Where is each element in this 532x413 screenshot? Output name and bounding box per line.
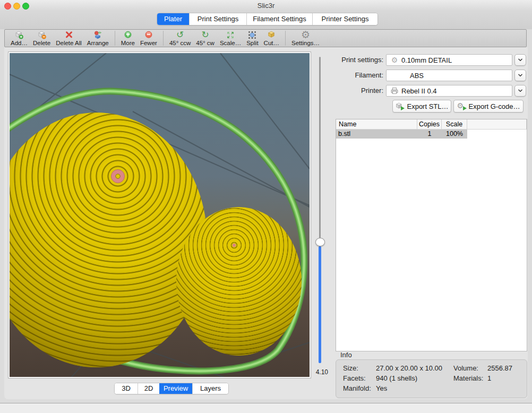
cell-spacer <box>467 130 527 139</box>
gear-icon: ⚙ <box>390 56 399 64</box>
info-spacer <box>487 384 527 394</box>
toolbar-item-label: Settings… <box>291 40 320 46</box>
viewport-3d-scene[interactable] <box>10 53 310 377</box>
filament-label: Filament: <box>320 70 383 81</box>
toolbar-item-delete-all[interactable]: Delete All <box>53 30 84 47</box>
printer-icon <box>390 87 399 95</box>
toolbar-item-label: Split <box>246 40 258 46</box>
export-stl-label: Export STL… <box>407 102 448 110</box>
toolbar-item-label: 45° ccw <box>169 40 191 46</box>
export-stl-icon <box>395 102 404 110</box>
toolbar-item-label: Arrange <box>87 40 109 46</box>
toolbar-separator <box>285 31 286 46</box>
tab-print-settings[interactable]: Print Settings <box>189 13 246 25</box>
object-list-table: Name Copies Scale b.stl 1 100% <box>336 119 527 351</box>
filament-dropdown-button[interactable] <box>514 70 526 81</box>
toolbar-item-rotate-cw[interactable]: ↻ 45° cw <box>193 30 217 47</box>
print-settings-select[interactable]: ⚙ 0.10mm DETAIL <box>386 54 512 66</box>
toolbar-item-split[interactable]: Split <box>244 30 261 47</box>
table-row[interactable]: b.stl 1 100% <box>336 130 527 139</box>
cell-scale: 100% <box>442 130 467 139</box>
toolbar: Add… Delete Delete All <box>4 29 527 47</box>
cube-plus-icon <box>14 30 24 40</box>
print-settings-label: Print settings: <box>320 54 383 66</box>
chevron-down-icon <box>517 72 524 79</box>
materials-label: Materials: <box>453 374 487 384</box>
statusbar <box>0 404 532 413</box>
toolbar-separator <box>163 31 164 46</box>
size-value: 27.00 x 20.00 x 10.00 <box>376 364 453 374</box>
toolbar-item-label: Add… <box>11 40 28 46</box>
view-tab-preview[interactable]: Preview <box>159 383 192 394</box>
tab-plater[interactable]: Plater <box>157 13 189 25</box>
cell-name: b.stl <box>336 130 417 139</box>
column-header-spacer <box>467 119 527 129</box>
cube-minus-icon <box>37 30 47 40</box>
manifold-label: Manifold: <box>343 384 376 394</box>
layer-slider-value: 4.10 <box>308 368 328 376</box>
chevron-down-icon <box>517 56 524 64</box>
toolbar-item-settings[interactable]: ⚙ Settings… <box>289 30 322 47</box>
filament-select[interactable]: ABS <box>386 70 512 81</box>
table-header: Name Copies Scale <box>336 119 527 130</box>
export-stl-button[interactable]: Export STL… <box>392 100 451 113</box>
window-title: Slic3r <box>0 0 532 12</box>
toolbar-item-add[interactable]: Add… <box>8 30 30 47</box>
scale-arrows-icon <box>225 30 236 40</box>
toolbar-item-rotate-ccw[interactable]: ↺ 45° ccw <box>167 30 193 47</box>
volume-label: Volume: <box>453 364 487 374</box>
tab-printer-settings[interactable]: Printer Settings <box>312 13 377 25</box>
gold-cube-icon <box>266 30 277 40</box>
info-section-title: Info <box>340 351 352 359</box>
view-tab-layers[interactable]: Layers <box>192 383 228 394</box>
main-tabstrip: Plater Print Settings Filament Settings … <box>0 12 532 29</box>
toolbar-item-label: Fewer <box>140 40 157 46</box>
info-box: Size: 27.00 x 20.00 x 10.00 Volume: 2556… <box>336 359 527 398</box>
split-selection-icon <box>247 30 258 40</box>
toolbar-item-label: 45° cw <box>196 40 214 46</box>
facets-value: 940 (1 shells) <box>376 374 453 384</box>
red-minus-circle-icon <box>143 30 154 40</box>
rotate-ccw-icon: ↺ <box>175 30 185 40</box>
toolbar-item-label: Cut… <box>264 40 279 46</box>
printer-dropdown-button[interactable] <box>514 85 526 97</box>
printer-value: Rebel II 0.4 <box>401 87 437 95</box>
red-x-icon <box>64 30 74 40</box>
toolbar-item-delete[interactable]: Delete <box>30 30 53 47</box>
viewport-frame <box>8 51 311 378</box>
size-label: Size: <box>343 364 376 374</box>
toolbar-item-more[interactable]: More <box>118 30 138 47</box>
arrange-objects-icon <box>92 30 103 40</box>
view-tab-group: 3D 2D Preview Layers <box>114 383 229 394</box>
main-tab-group: Plater Print Settings Filament Settings … <box>157 13 378 25</box>
small-dome-object <box>176 207 302 356</box>
export-gcode-button[interactable]: ⚙ Export G-code… <box>453 100 524 113</box>
print-settings-value: 0.10mm DETAIL <box>401 56 452 64</box>
cell-copies: 1 <box>417 130 442 139</box>
toolbar-item-scale[interactable]: Scale… <box>217 30 244 47</box>
gear-icon: ⚙ <box>301 30 311 40</box>
titlebar: Slic3r <box>0 0 532 12</box>
filament-value: ABS <box>410 72 424 80</box>
view-tab-3d[interactable]: 3D <box>115 383 138 394</box>
layer-slider-thumb[interactable] <box>315 238 325 246</box>
print-settings-dropdown-button[interactable] <box>514 54 526 66</box>
tab-filament-settings[interactable]: Filament Settings <box>246 13 312 25</box>
toolbar-item-fewer[interactable]: Fewer <box>138 30 160 47</box>
printer-select[interactable]: Rebel II 0.4 <box>386 85 512 97</box>
info-spacer <box>453 384 487 394</box>
toolbar-item-label: Scale… <box>220 40 241 46</box>
volume-value: 2556.87 <box>487 364 527 374</box>
view-tab-2d[interactable]: 2D <box>138 383 159 394</box>
manifold-value: Yes <box>376 384 453 394</box>
seam-marker-small <box>233 244 236 247</box>
column-header-scale: Scale <box>442 119 467 129</box>
layer-slider-fill <box>319 246 321 363</box>
facets-label: Facets: <box>343 374 376 384</box>
toolbar-item-arrange[interactable]: Arrange <box>84 30 111 47</box>
toolbar-item-cut[interactable]: Cut… <box>261 30 282 47</box>
column-header-name: Name <box>336 119 417 129</box>
toolbar-item-label: Delete <box>33 40 50 46</box>
green-plus-circle-icon <box>123 30 133 40</box>
slic3r-window: Slic3r Plater Print Settings Filament Se… <box>0 0 532 413</box>
